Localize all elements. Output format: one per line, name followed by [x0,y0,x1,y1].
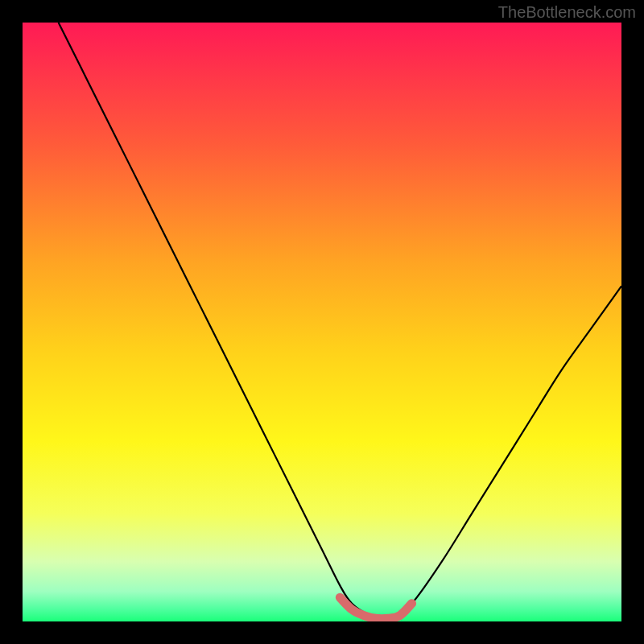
chart-background [23,23,621,621]
watermark-text: TheBottleneck.com [498,3,636,22]
chart-plot [23,23,621,621]
chart-frame [23,23,621,621]
